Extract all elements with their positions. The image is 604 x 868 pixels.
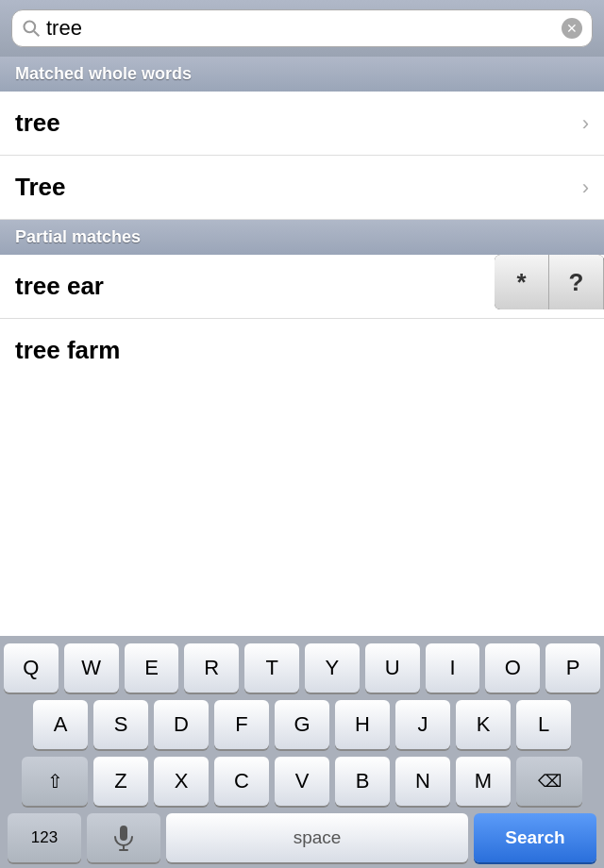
result-tree-lowercase[interactable]: tree ›	[0, 92, 604, 156]
microphone-key[interactable]	[87, 813, 160, 862]
key-e[interactable]: E	[125, 643, 179, 693]
result-tree-farm[interactable]: tree farm	[0, 319, 604, 382]
chevron-icon: ›	[582, 175, 589, 200]
search-key[interactable]: Search	[474, 813, 596, 862]
chevron-icon: ›	[582, 111, 589, 136]
key-j[interactable]: J	[395, 700, 450, 749]
key-a[interactable]: A	[33, 700, 88, 749]
key-f[interactable]: F	[214, 700, 269, 749]
search-input-wrapper: ✕	[11, 9, 593, 47]
partial-matches-header: Partial matches	[0, 220, 604, 255]
key-c[interactable]: C	[214, 757, 269, 806]
svg-rect-2	[120, 826, 127, 841]
keyboard-row-3: ⇧ Z X C V B N M ⌫	[4, 757, 600, 806]
key-x[interactable]: X	[154, 757, 209, 806]
key-m[interactable]: M	[456, 757, 511, 806]
key-g[interactable]: G	[275, 700, 329, 749]
keyboard-row-1: Q W E R T Y U I O P	[4, 643, 600, 693]
result-text: tree	[15, 108, 60, 138]
key-t[interactable]: T	[244, 643, 299, 693]
key-r[interactable]: R	[184, 643, 239, 693]
key-v[interactable]: V	[275, 757, 329, 806]
key-b[interactable]: B	[335, 757, 390, 806]
key-z[interactable]: Z	[93, 757, 148, 806]
key-o[interactable]: O	[485, 643, 540, 693]
numbers-key[interactable]: 123	[8, 813, 81, 862]
matched-whole-words-header: Matched whole words	[0, 57, 604, 92]
key-d[interactable]: D	[154, 700, 209, 749]
key-i[interactable]: I	[426, 643, 480, 693]
wildcard-popup: * ?	[495, 255, 604, 309]
key-k[interactable]: K	[456, 700, 511, 749]
wildcard-question-button[interactable]: ?	[549, 255, 604, 309]
key-s[interactable]: S	[93, 700, 148, 749]
keyboard: Q W E R T Y U I O P A S D F G H J K L ⇧ …	[0, 636, 604, 868]
key-p[interactable]: P	[545, 643, 600, 693]
wildcard-asterisk-button[interactable]: *	[495, 255, 549, 309]
result-text: Tree	[15, 173, 66, 202]
result-text: tree farm	[15, 336, 120, 365]
search-input[interactable]	[46, 16, 562, 41]
svg-line-1	[34, 31, 39, 36]
shift-key[interactable]: ⇧	[22, 757, 88, 806]
keyboard-bottom-row: 123 space Search	[4, 813, 600, 862]
key-n[interactable]: N	[395, 757, 450, 806]
svg-point-0	[25, 22, 36, 33]
key-h[interactable]: H	[335, 700, 390, 749]
result-text: tree ear	[15, 272, 104, 301]
microphone-icon	[113, 825, 134, 851]
clear-button[interactable]: ✕	[562, 18, 582, 39]
space-key[interactable]: space	[166, 813, 468, 862]
search-icon	[22, 19, 41, 38]
key-y[interactable]: Y	[305, 643, 360, 693]
result-tree-uppercase[interactable]: Tree ›	[0, 156, 604, 220]
key-w[interactable]: W	[64, 643, 119, 693]
keyboard-row-2: A S D F G H J K L	[4, 700, 600, 749]
delete-key[interactable]: ⌫	[516, 757, 582, 806]
key-l[interactable]: L	[516, 700, 571, 749]
partial-matches-section: * ? tree ear tree farm	[0, 255, 604, 382]
key-u[interactable]: U	[365, 643, 420, 693]
key-q[interactable]: Q	[4, 643, 59, 693]
search-bar: ✕	[0, 0, 604, 57]
